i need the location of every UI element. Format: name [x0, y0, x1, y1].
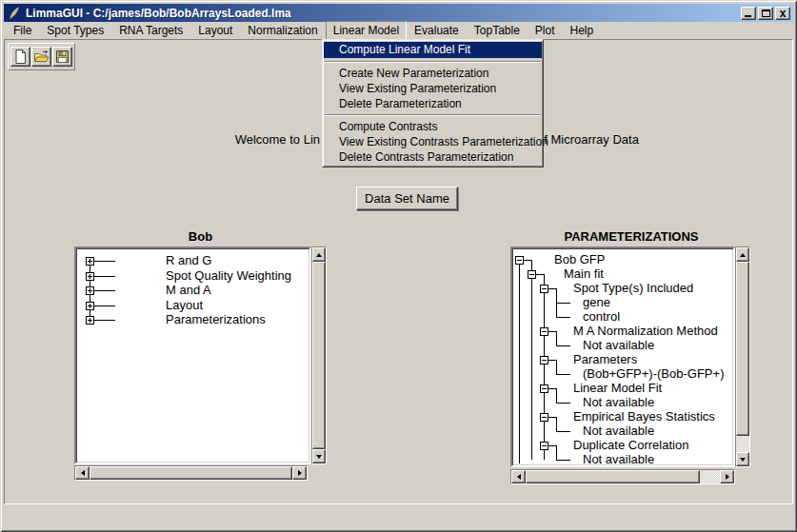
data-set-name-button[interactable]: Data Set Name [356, 187, 458, 210]
tree-node-not-available[interactable]: Not available [583, 424, 654, 438]
tree-node-spot-quality-weighting[interactable]: Spot Quality Weighting [166, 269, 291, 283]
scroll-thumb[interactable] [526, 470, 700, 483]
save-file-button[interactable] [52, 47, 72, 67]
expand-box-icon[interactable] [86, 257, 94, 266]
expand-box-icon[interactable] [86, 302, 94, 310]
scroll-down-button[interactable] [736, 452, 749, 466]
collapse-box-icon[interactable] [540, 356, 548, 365]
menu-item-spot-types[interactable]: Spot Types [39, 21, 111, 40]
minimize-button[interactable] [741, 7, 756, 20]
open-file-button[interactable] [31, 47, 51, 67]
menu-separator [324, 58, 542, 66]
tree-node-r-and-g[interactable]: R and G [166, 254, 211, 267]
tree-node-duplicate-correlation[interactable]: Duplicate Correlation [573, 439, 688, 452]
close-button[interactable]: x [775, 7, 790, 20]
menu-option-compute-contrasts[interactable]: Compute Contrasts [324, 119, 542, 134]
collapse-box-icon[interactable] [540, 442, 548, 450]
menu-item-evaluate[interactable]: Evaluate [407, 21, 467, 40]
expand-box-icon[interactable] [86, 286, 94, 295]
menu-option-delete-parameterization[interactable]: Delete Parameterization [324, 96, 542, 111]
tree-node-not-available[interactable]: Not available [583, 396, 654, 409]
scroll-left-button[interactable] [511, 470, 526, 483]
scroll-right-button[interactable] [720, 470, 734, 483]
menu-item-normalization[interactable]: Normalization [240, 21, 325, 40]
tree-connector-line [556, 331, 557, 345]
menu-item-linear-model[interactable]: Linear Model [326, 21, 407, 40]
scroll-thumb[interactable] [312, 262, 326, 449]
tree-node-not-available[interactable]: Not available [583, 339, 654, 352]
tree-connector-line [556, 417, 557, 431]
collapse-box-icon[interactable] [540, 327, 548, 336]
floppy-disk-icon [54, 49, 70, 65]
scroll-right-button[interactable] [292, 466, 307, 480]
tree-node-bob-gfp[interactable]: Bob GFP [554, 253, 605, 266]
maximize-button[interactable] [758, 7, 773, 20]
menu-option-delete-contrasts-parameterization[interactable]: Delete Contrasts Parameterization [324, 149, 542, 165]
collapse-box-icon[interactable] [540, 384, 548, 393]
parameterizations-tree-listbox[interactable]: Bob GFPMain fitSpot Type(s) Includedgene… [510, 246, 735, 467]
expand-box-icon[interactable] [86, 272, 94, 281]
new-file-button[interactable] [10, 47, 30, 67]
menu-item-help[interactable]: Help [563, 21, 602, 40]
tree-node-spot-type-s-included[interactable]: Spot Type(s) Included [573, 282, 693, 295]
left-panel-title: Bob [74, 229, 327, 245]
tree-connector-line [556, 445, 557, 460]
collapse-box-icon[interactable] [528, 270, 536, 279]
scroll-up-button[interactable] [736, 247, 749, 262]
window-title: LimmaGUI - C:/james/Bob/BobArraysLoaded.… [26, 7, 741, 20]
menu-item-rna-targets[interactable]: RNA Targets [111, 21, 190, 40]
tree-node-bob-gfp-bob-gfp[interactable]: (Bob+GFP+)-(Bob-GFP+) [583, 367, 724, 381]
app-window: LimmaGUI - C:/james/Bob/BobArraysLoaded.… [0, 0, 797, 532]
parameterizations-tree: Bob GFPMain fitSpot Type(s) Includedgene… [514, 250, 731, 463]
bob-tree-listbox[interactable]: R and GSpot Quality WeightingM and ALayo… [74, 246, 311, 464]
scroll-down-button[interactable] [312, 449, 326, 463]
bob-vertical-scrollbar[interactable] [311, 246, 327, 464]
left-arrow-icon [517, 474, 521, 480]
collapse-box-icon[interactable] [540, 285, 548, 293]
scroll-track[interactable] [736, 436, 749, 452]
right-arrow-icon [298, 470, 302, 476]
tree-connector-line [556, 388, 557, 403]
bob-horizontal-scrollbar[interactable] [74, 465, 308, 481]
bob-tree: R and GSpot Quality WeightingM and ALayo… [78, 250, 308, 461]
menu-option-compute-linear-model-fit[interactable]: Compute Linear Model Fit [324, 42, 542, 58]
menu-item-layout[interactable]: Layout [190, 21, 240, 40]
up-arrow-icon [316, 253, 322, 257]
tree-node-layout[interactable]: Layout [166, 299, 203, 312]
scroll-left-button[interactable] [75, 466, 90, 480]
menu-item-toptable[interactable]: TopTable [467, 21, 528, 40]
tree-node-empirical-bayes-statistics[interactable]: Empirical Bayes Statistics [573, 410, 715, 424]
tree-node-not-available[interactable]: Not available [583, 453, 654, 463]
tree-node-linear-model-fit[interactable]: Linear Model Fit [573, 382, 662, 395]
scroll-thumb[interactable] [736, 262, 749, 436]
parameterizations-vertical-scrollbar[interactable] [735, 246, 750, 467]
menu-item-plot[interactable]: Plot [528, 21, 563, 40]
feather-icon [7, 6, 22, 20]
scroll-thumb[interactable] [90, 466, 292, 480]
menu-option-view-existing-contrasts-parameterization[interactable]: View Existing Contrasts Parameterization [324, 134, 542, 149]
tree-connector-line [556, 403, 570, 404]
tree-connector-line [519, 264, 520, 463]
tree-node-main-fit[interactable]: Main fit [564, 267, 604, 281]
collapse-box-icon[interactable] [540, 413, 548, 422]
expand-box-icon[interactable] [86, 316, 94, 325]
menu-option-create-new-parameterization[interactable]: Create New Parameterization [324, 66, 542, 81]
collapse-box-icon[interactable] [515, 256, 524, 265]
tree-node-m-a-normalization-method[interactable]: M A Normalization Method [573, 325, 718, 338]
tree-connector-line [544, 274, 545, 460]
parameterizations-horizontal-scrollbar[interactable] [510, 469, 735, 484]
menu-option-view-existing-parameterization[interactable]: View Existing Parameterization [324, 81, 542, 96]
up-arrow-icon [740, 253, 746, 257]
scroll-up-button[interactable] [312, 247, 326, 262]
tree-node-parameterizations[interactable]: Parameterizations [166, 313, 266, 326]
tree-node-control[interactable]: control [583, 310, 620, 324]
tree-node-parameters[interactable]: Parameters [573, 353, 637, 366]
tree-node-gene[interactable]: gene [583, 296, 610, 309]
menu-separator [324, 111, 542, 119]
tree-connector-line [556, 374, 570, 375]
scroll-track[interactable] [700, 470, 720, 483]
menu-item-file[interactable]: File [6, 21, 39, 40]
toolbar [8, 43, 75, 70]
tree-node-m-and-a[interactable]: M and A [166, 284, 211, 297]
open-folder-icon [33, 49, 50, 65]
